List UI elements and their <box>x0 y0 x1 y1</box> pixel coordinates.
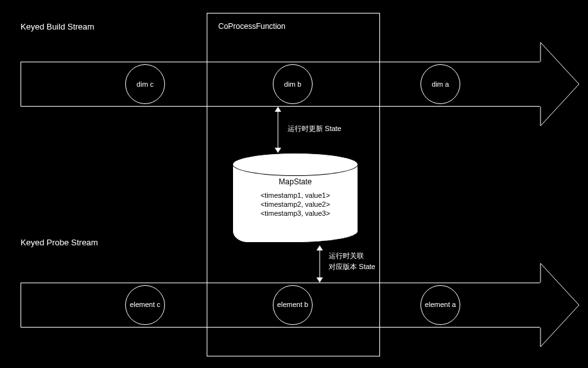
top-bidir-arrow <box>274 107 282 153</box>
element-c-node: element c <box>125 285 165 325</box>
mapstate-cylinder: MapState <timestamp1, value1> <timestamp… <box>232 153 358 243</box>
svg-marker-0 <box>540 42 579 126</box>
bottom-annotation-l1: 运行时关联 <box>329 250 376 261</box>
mapstate-row-3: <timestamp3, value3> <box>232 209 358 217</box>
mapstate-row-1: <timestamp1, value1> <box>232 191 358 199</box>
dim-a-node: dim a <box>420 64 460 104</box>
element-b-node: element b <box>273 285 313 325</box>
dim-b-node: dim b <box>273 64 313 104</box>
title-build-stream: Keyed Build Stream <box>21 22 94 31</box>
element-a-node: element a <box>420 285 460 325</box>
element-b-label: element b <box>277 301 308 309</box>
mapstate-title: MapState <box>232 177 358 186</box>
mapstate-row-2: <timestamp2, value2> <box>232 200 358 208</box>
dim-a-label: dim a <box>432 80 449 88</box>
bottom-stream-arrow-head <box>538 263 584 347</box>
coprocessfunction-label: CoProcessFunction <box>218 22 286 31</box>
top-annotation: 运行时更新 State <box>288 123 342 134</box>
dim-c-node: dim c <box>125 64 165 104</box>
svg-marker-2 <box>540 263 579 347</box>
bottom-annotation: 运行时关联 对应版本 State <box>329 250 376 272</box>
dim-b-label: dim b <box>284 80 302 88</box>
top-stream-arrow-head <box>538 42 584 126</box>
bottom-annotation-l2: 对应版本 State <box>329 261 376 272</box>
title-probe-stream: Keyed Probe Stream <box>21 238 98 247</box>
dim-c-label: dim c <box>137 80 153 88</box>
element-a-label: element a <box>425 301 456 309</box>
bottom-bidir-arrow <box>316 245 324 283</box>
element-c-label: element c <box>130 301 160 309</box>
